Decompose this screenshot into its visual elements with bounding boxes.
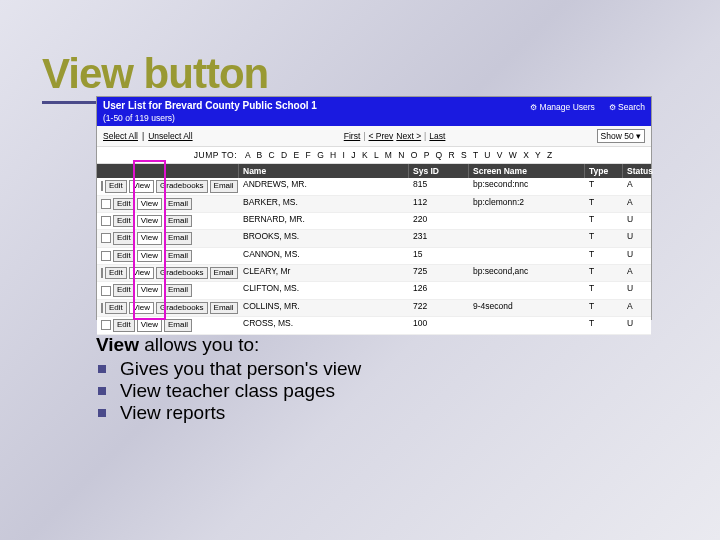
gradebooks-button[interactable]: Gradebooks (156, 302, 208, 314)
bullet-item: View reports (96, 402, 656, 424)
cell-type: T (585, 265, 623, 281)
email-button[interactable]: Email (210, 267, 238, 279)
cell-type: T (585, 300, 623, 316)
cell-sysid: 725 (409, 265, 469, 281)
cell-name: BERNARD, MR. (239, 213, 409, 229)
cell-sysid: 815 (409, 178, 469, 194)
cell-status: U (623, 230, 651, 246)
row-checkbox[interactable] (101, 199, 111, 209)
header-title: User List for Brevard County Public Scho… (103, 100, 317, 113)
cell-status: U (623, 317, 651, 333)
table-row: EditViewGradebooksEmailCOLLINS, MR.7229-… (97, 300, 651, 317)
cell-sysid: 722 (409, 300, 469, 316)
col-type: Type (585, 164, 623, 178)
table-row: EditViewEmailCLIFTON, MS.126TU (97, 282, 651, 299)
manage-users-link[interactable]: Manage Users (530, 102, 595, 112)
cell-screen (469, 230, 585, 246)
row-checkbox[interactable] (101, 181, 103, 191)
edit-button[interactable]: Edit (113, 284, 135, 296)
bullet-text: Gives you that person's view (120, 358, 361, 380)
edit-button[interactable]: Edit (105, 180, 127, 192)
view-button[interactable]: View (129, 302, 154, 314)
row-checkbox[interactable] (101, 251, 111, 261)
view-button[interactable]: View (137, 250, 162, 262)
table-row: EditViewEmailCROSS, MS.100TU (97, 317, 651, 334)
email-button[interactable]: Email (210, 180, 238, 192)
row-checkbox[interactable] (101, 303, 103, 313)
email-button[interactable]: Email (164, 284, 192, 296)
email-button[interactable]: Email (210, 302, 238, 314)
view-button[interactable]: View (137, 198, 162, 210)
gradebooks-button[interactable]: Gradebooks (156, 180, 208, 192)
email-button[interactable]: Email (164, 232, 192, 244)
edit-button[interactable]: Edit (105, 267, 127, 279)
cell-status: A (623, 178, 651, 194)
cell-status: A (623, 300, 651, 316)
cell-screen (469, 282, 585, 298)
toolbar: Select All | Unselect All First| < Prev … (97, 126, 651, 147)
edit-button[interactable]: Edit (113, 250, 135, 262)
cell-sysid: 231 (409, 230, 469, 246)
pager-last[interactable]: Last (429, 131, 445, 141)
edit-button[interactable]: Edit (113, 232, 135, 244)
row-checkbox[interactable] (101, 286, 111, 296)
row-checkbox[interactable] (101, 268, 103, 278)
jump-to-label: JUMP TO: (194, 150, 237, 160)
cell-screen (469, 248, 585, 264)
search-link[interactable]: Search (609, 102, 645, 112)
view-button[interactable]: View (129, 180, 154, 192)
cell-screen (469, 213, 585, 229)
row-checkbox[interactable] (101, 320, 111, 330)
email-button[interactable]: Email (164, 198, 192, 210)
table-row: EditViewGradebooksEmailCLEARY, Mr725bp:s… (97, 265, 651, 282)
view-button[interactable]: View (137, 232, 162, 244)
pager-first[interactable]: First (344, 131, 361, 141)
cell-sysid: 100 (409, 317, 469, 333)
bullet-square-icon (98, 409, 106, 417)
explanation-block: View allows you to: Gives you that perso… (96, 334, 656, 424)
edit-button[interactable]: Edit (113, 215, 135, 227)
email-button[interactable]: Email (164, 250, 192, 262)
email-button[interactable]: Email (164, 215, 192, 227)
view-button[interactable]: View (137, 319, 162, 331)
cell-status: A (623, 196, 651, 212)
bullet-text: View reports (120, 402, 225, 424)
cell-type: T (585, 196, 623, 212)
row-checkbox[interactable] (101, 216, 111, 226)
gradebooks-button[interactable]: Gradebooks (156, 267, 208, 279)
select-all-link[interactable]: Select All (103, 131, 138, 141)
screenshot-header: User List for Brevard County Public Scho… (97, 97, 651, 126)
cell-type: T (585, 248, 623, 264)
unselect-all-link[interactable]: Unselect All (148, 131, 192, 141)
edit-button[interactable]: Edit (113, 319, 135, 331)
cell-screen: 9-4second (469, 300, 585, 316)
cell-screen (469, 317, 585, 333)
alphabet-links[interactable]: A B C D E F G H I J K L M N O P Q R S T … (245, 150, 554, 160)
col-status: Status (623, 164, 651, 178)
edit-button[interactable]: Edit (113, 198, 135, 210)
view-button[interactable]: View (129, 267, 154, 279)
row-checkbox[interactable] (101, 233, 111, 243)
bullet-item: View teacher class pages (96, 380, 656, 402)
pager-next[interactable]: Next > (396, 131, 421, 141)
cell-name: BARKER, MS. (239, 196, 409, 212)
cell-sysid: 112 (409, 196, 469, 212)
pager-prev[interactable]: < Prev (368, 131, 393, 141)
edit-button[interactable]: Edit (105, 302, 127, 314)
col-name: Name (239, 164, 409, 178)
cell-status: U (623, 282, 651, 298)
view-button[interactable]: View (137, 215, 162, 227)
view-button[interactable]: View (137, 284, 162, 296)
show-count-select[interactable]: Show 50 ▾ (597, 129, 645, 143)
cell-name: CLIFTON, MS. (239, 282, 409, 298)
cell-type: T (585, 317, 623, 333)
cell-status: U (623, 248, 651, 264)
cell-status: A (623, 265, 651, 281)
cell-sysid: 220 (409, 213, 469, 229)
cell-type: T (585, 213, 623, 229)
bullet-square-icon (98, 365, 106, 373)
cell-status: U (623, 213, 651, 229)
email-button[interactable]: Email (164, 319, 192, 331)
bullet-text: View teacher class pages (120, 380, 335, 402)
cell-screen: bp:clemonn:2 (469, 196, 585, 212)
